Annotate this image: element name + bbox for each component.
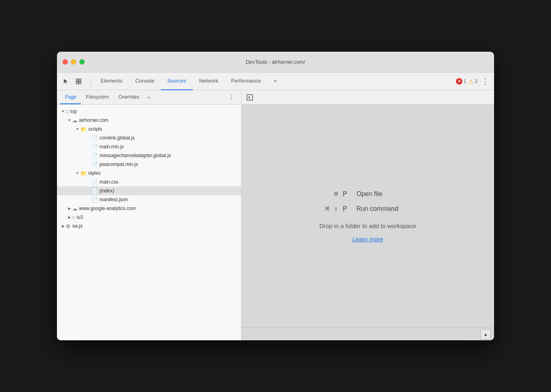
sub-tabs: Page Filesystem Overrides » ⋮ (57, 90, 241, 105)
layers-icon[interactable] (73, 76, 84, 87)
tree-item-google-analytics[interactable]: ☁ www.google-analytics.com (57, 204, 241, 213)
sub-tabs-right: ⋮ (225, 90, 238, 104)
shortcut-keys-run: ⌘ ⇧ P (315, 204, 347, 213)
learn-more-link[interactable]: Learn more (352, 236, 383, 242)
tree-item-styles[interactable]: 📁 styles (57, 169, 241, 178)
label-scripts: scripts (88, 126, 102, 132)
folder-icon-styles: 📁 (80, 170, 87, 176)
file-icon-comlink: 📄 (91, 135, 98, 141)
arrow-styles (75, 170, 80, 176)
subtab-filesystem[interactable]: Filesystem (81, 90, 113, 104)
warning-icon: ⚠ (468, 78, 474, 85)
tree-item-comlink[interactable]: 📄 comlink.global.js (57, 133, 241, 142)
file-icon-main-css: 📄 (91, 179, 98, 185)
right-panel: ⌘ P Open file ⌘ ⇧ P Run command Drop in … (241, 90, 494, 340)
error-badge: ✕ 1 (456, 78, 466, 85)
error-icon: ✕ (456, 78, 462, 85)
drop-folder-text: Drop in a folder to add to workspace (320, 222, 416, 229)
titlebar: DevTools - airhorner.com/ (57, 52, 494, 73)
label-iu3: iu3 (77, 214, 83, 220)
tree-item-top[interactable]: □ top (57, 107, 241, 116)
traffic-lights (63, 59, 85, 65)
cursor-icon[interactable] (60, 76, 71, 87)
label-main-css: main.css (99, 179, 118, 185)
tree-item-index[interactable]: 📄 (index) (57, 186, 241, 195)
arrow-airhorner (67, 117, 72, 123)
tab-sources[interactable]: Sources (161, 73, 193, 90)
tab-console[interactable]: Console (129, 73, 161, 90)
file-icon-main-min: 📄 (91, 144, 98, 150)
console-drawer-button[interactable]: ▲ (480, 329, 491, 339)
svg-rect-2 (76, 82, 78, 84)
file-icon-pwacompat: 📄 (91, 162, 98, 168)
warning-badge: ⚠ 2 (468, 78, 478, 85)
label-main-min: main.min.js (99, 144, 124, 150)
file-icon-messagechannel: 📄 (91, 153, 98, 159)
left-panel: Page Filesystem Overrides » ⋮ (57, 90, 241, 340)
tab-more[interactable]: » (267, 73, 283, 90)
tab-elements[interactable]: Elements (94, 73, 129, 90)
label-top: top (70, 109, 77, 114)
folder-icon-scripts: 📁 (80, 126, 87, 132)
arrow-swjs (60, 223, 66, 229)
label-index: (index) (99, 188, 114, 194)
warning-count: 2 (475, 79, 478, 84)
tab-performance[interactable]: Performance (225, 73, 267, 90)
tree-item-main-min[interactable]: 📄 main.min.js (57, 142, 241, 151)
label-styles: styles (88, 170, 101, 176)
cloud-icon-google: ☁ (72, 206, 77, 212)
shortcut-label-open: Open file (357, 190, 421, 198)
tree-item-iu3[interactable]: □ iu3 (57, 213, 241, 222)
arrow-google-analytics (67, 206, 72, 211)
tab-network[interactable]: Network (193, 73, 225, 90)
subtab-page[interactable]: Page (60, 90, 81, 104)
toolbar-icons (60, 76, 84, 87)
square-icon: □ (66, 109, 69, 114)
arrow-scripts (75, 126, 80, 132)
svg-rect-0 (76, 79, 78, 81)
tree-item-main-css[interactable]: 📄 main.css (57, 178, 241, 186)
toolbar-right: ✕ 1 ⚠ 2 ⋮ (456, 77, 491, 86)
minimize-button[interactable] (71, 59, 76, 65)
tree-item-swjs[interactable]: ⚙ sw.js (57, 222, 241, 230)
tree-item-scripts[interactable]: 📁 scripts (57, 125, 241, 133)
label-manifest: manifest.json (99, 197, 128, 202)
tree-item-messagechannel[interactable]: 📄 messagechanneladapter.global.js (57, 151, 241, 160)
file-icon-index: 📄 (91, 188, 98, 194)
label-comlink: comlink.global.js (99, 135, 135, 141)
cloud-icon-airhorner: ☁ (72, 117, 77, 123)
panel-back-button[interactable] (245, 92, 255, 103)
tree-item-pwacompat[interactable]: 📄 pwacompat.min.js (57, 160, 241, 169)
shortcut-row-run: ⌘ ⇧ P Run command (315, 204, 421, 213)
square-icon-iu3: □ (72, 214, 75, 220)
maximize-button[interactable] (79, 59, 85, 65)
tree-item-airhorner[interactable]: ☁ airhorner.com (57, 116, 241, 125)
label-messagechannel: messagechanneladapter.global.js (99, 153, 171, 158)
devtools-window: DevTools - airhorner.com/ Elements (57, 52, 494, 340)
main-content: Page Filesystem Overrides » ⋮ (57, 90, 494, 340)
tree-item-manifest[interactable]: 📄 manifest.json (57, 195, 241, 204)
main-tabs: Elements Console Sources Network Perform… (94, 73, 456, 90)
error-count: 1 (464, 79, 466, 84)
label-swjs: sw.js (72, 223, 83, 229)
label-pwacompat: pwacompat.min.js (99, 162, 138, 167)
main-toolbar: Elements Console Sources Network Perform… (57, 73, 494, 90)
subtab-overrides[interactable]: Overrides (113, 90, 144, 104)
kebab-menu-button[interactable]: ⋮ (480, 77, 491, 86)
bottom-bar: ▲ (241, 327, 494, 340)
svg-rect-4 (247, 95, 253, 100)
right-panel-toolbar (241, 90, 494, 105)
arrow-iu3 (67, 214, 72, 220)
right-panel-main: ⌘ P Open file ⌘ ⇧ P Run command Drop in … (241, 105, 494, 327)
shortcut-keys-open: ⌘ P (315, 190, 347, 198)
close-button[interactable] (63, 59, 68, 65)
shortcut-row-open: ⌘ P Open file (315, 190, 421, 198)
shortcut-label-run: Run command (357, 205, 421, 212)
window-title: DevTools - airhorner.com/ (246, 59, 305, 65)
subtab-more[interactable]: » (144, 90, 153, 104)
file-icon-manifest: 📄 (91, 197, 98, 203)
toolbar-separator (91, 77, 91, 86)
file-tree[interactable]: □ top ☁ airhorner.com 📁 scripts (57, 105, 241, 340)
arrow-top (60, 109, 66, 114)
sub-tab-kebab[interactable]: ⋮ (225, 93, 238, 101)
